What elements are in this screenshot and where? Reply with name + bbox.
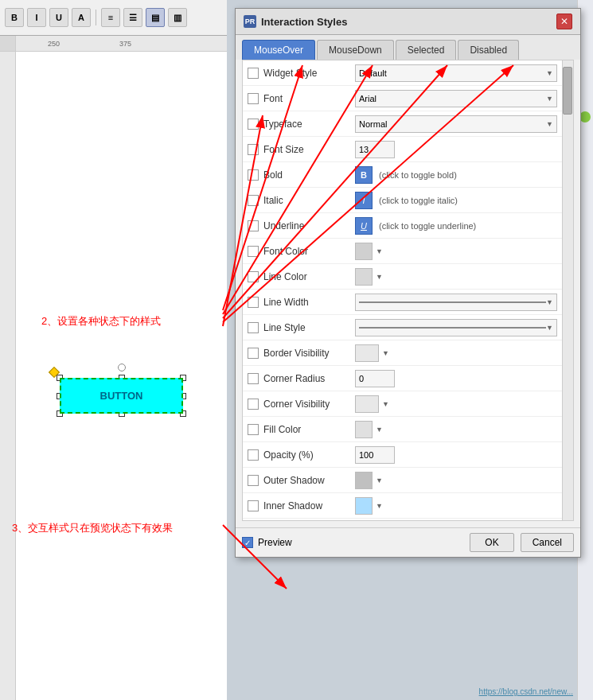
dialog-footer: ✓ Preview OK Cancel xyxy=(236,527,580,557)
check-fill-color[interactable] xyxy=(248,424,259,435)
select-typeface[interactable]: Normal ▼ xyxy=(355,115,557,133)
prop-text-shadow: Text Shadow ▼ xyxy=(243,519,562,521)
label-corner-visibility: Corner Visibility xyxy=(263,399,355,410)
dialog-body: Widget Style Default ▼ Font Arial ▼ xyxy=(242,60,574,521)
control-inner-shadow: ▼ xyxy=(355,497,557,515)
tab-mouseover[interactable]: MouseOver xyxy=(242,40,315,60)
check-font[interactable] xyxy=(248,93,259,104)
control-font-color: ▼ xyxy=(355,243,557,260)
label-underline: Underline xyxy=(263,220,355,231)
check-widget-style[interactable] xyxy=(248,68,259,79)
check-opacity[interactable] xyxy=(248,449,259,461)
label-font-size: Font Size xyxy=(263,144,355,155)
control-font: Arial ▼ xyxy=(355,90,557,107)
label-font-color: Font Color xyxy=(263,246,355,257)
prop-border-visibility: Border Visibility ▼ xyxy=(243,340,562,366)
bold-button[interactable]: B xyxy=(5,8,24,27)
check-line-style[interactable] xyxy=(248,322,259,333)
label-border-visibility: Border Visibility xyxy=(263,348,355,359)
toggle-underline-button[interactable]: U xyxy=(355,217,373,235)
dialog-title-bar: PR Interaction Styles ✕ xyxy=(236,9,580,35)
input-corner-radius[interactable]: 0 xyxy=(355,370,395,387)
control-corner-visibility: ▼ xyxy=(355,395,557,413)
swatch-outer-shadow[interactable] xyxy=(355,472,373,489)
prop-line-color: Line Color ▼ xyxy=(243,264,562,290)
label-widget-style: Widget Style xyxy=(263,68,355,79)
tab-selected[interactable]: Selected xyxy=(396,40,457,60)
swatch-inner-shadow[interactable] xyxy=(355,497,373,515)
canvas-content: BUTTON xyxy=(16,52,211,700)
prop-outer-shadow: Outer Shadow ▼ xyxy=(243,468,562,493)
dialog-title-text: Interaction Styles xyxy=(261,16,347,28)
swatch-fill-color[interactable] xyxy=(355,421,373,438)
prop-underline: Underline U (click to toggle underline) xyxy=(243,213,562,239)
select-line-width[interactable]: ▼ xyxy=(355,294,557,311)
label-typeface: Typeface xyxy=(263,119,355,130)
border-vis-box[interactable] xyxy=(355,344,379,362)
align-right-button[interactable]: ▥ xyxy=(168,8,187,27)
line-width-preview xyxy=(359,301,546,303)
underline-button[interactable]: U xyxy=(49,8,68,27)
label-opacity: Opacity (%) xyxy=(263,449,355,461)
control-widget-style: Default ▼ xyxy=(355,64,557,82)
select-widget-style[interactable]: Default ▼ xyxy=(355,64,557,82)
check-border-visibility[interactable] xyxy=(248,348,259,359)
italic-button[interactable]: I xyxy=(27,8,46,27)
swatch-font-color[interactable] xyxy=(355,243,373,260)
check-corner-visibility[interactable] xyxy=(248,399,259,410)
control-opacity: 100 xyxy=(355,446,557,464)
ok-button[interactable]: OK xyxy=(470,533,513,552)
align-left-button[interactable]: ≡ xyxy=(101,8,120,27)
scrollbar[interactable] xyxy=(562,60,573,520)
rotation-handle[interactable] xyxy=(118,364,126,371)
cancel-button[interactable]: Cancel xyxy=(521,533,574,552)
input-font-size[interactable]: 13 xyxy=(355,141,395,158)
tab-disabled[interactable]: Disabled xyxy=(458,40,519,60)
check-line-width[interactable] xyxy=(248,297,259,308)
dialog-close-button[interactable]: ✕ xyxy=(556,14,572,29)
arrow-fill-color: ▼ xyxy=(376,426,383,434)
control-italic: I (click to toggle italic) xyxy=(355,192,557,209)
check-line-color[interactable] xyxy=(248,271,259,282)
corner-vis-box[interactable] xyxy=(355,395,379,413)
check-corner-radius[interactable] xyxy=(248,373,259,384)
arrow-border-vis: ▼ xyxy=(382,349,389,357)
align-justify-button[interactable]: ▤ xyxy=(146,8,165,27)
prop-line-style: Line Style ▼ xyxy=(243,315,562,340)
separator xyxy=(96,10,96,25)
toggle-italic-button[interactable]: I xyxy=(355,192,373,209)
preview-checkbox[interactable]: ✓ xyxy=(242,537,253,548)
select-line-style[interactable]: ▼ xyxy=(355,319,557,336)
check-outer-shadow[interactable] xyxy=(248,475,259,486)
toggle-underline-label: (click to toggle underline) xyxy=(379,221,476,231)
check-inner-shadow[interactable] xyxy=(248,500,259,511)
dialog-title-icon: PR xyxy=(244,15,256,28)
toggle-bold-button[interactable]: B xyxy=(355,166,373,184)
toggle-italic-label: (click to toggle italic) xyxy=(379,196,458,205)
swatch-line-color[interactable] xyxy=(355,268,373,286)
check-typeface[interactable] xyxy=(248,119,259,130)
arrow-line-color: ▼ xyxy=(376,273,383,281)
ruler-horizontal: 250 375 xyxy=(16,36,227,52)
label-line-width: Line Width xyxy=(263,297,355,308)
label-outer-shadow: Outer Shadow xyxy=(263,475,355,486)
prop-widget-style: Widget Style Default ▼ xyxy=(243,60,562,86)
arrow-inner-shadow: ▼ xyxy=(376,502,383,510)
ruler-vertical xyxy=(0,52,16,700)
input-opacity[interactable]: 100 xyxy=(355,446,395,464)
align-center-button[interactable]: ☰ xyxy=(123,8,142,27)
check-font-size[interactable] xyxy=(248,144,259,155)
prop-italic: Italic I (click to toggle italic) xyxy=(243,188,562,213)
arrow-font-color: ▼ xyxy=(376,247,383,255)
check-font-color[interactable] xyxy=(248,246,259,257)
check-bold[interactable] xyxy=(248,169,259,181)
widget-button[interactable]: BUTTON xyxy=(60,378,183,414)
font-color-button[interactable]: A xyxy=(72,8,91,27)
tab-mousedown[interactable]: MouseDown xyxy=(317,40,394,60)
select-font[interactable]: Arial ▼ xyxy=(355,90,557,107)
check-underline[interactable] xyxy=(248,220,259,231)
toggle-bold-label: (click to toggle bold) xyxy=(379,170,457,180)
check-italic[interactable] xyxy=(248,195,259,206)
watermark: https://blog.csdn.net/new... xyxy=(479,687,573,696)
scrollbar-thumb[interactable] xyxy=(563,67,572,115)
